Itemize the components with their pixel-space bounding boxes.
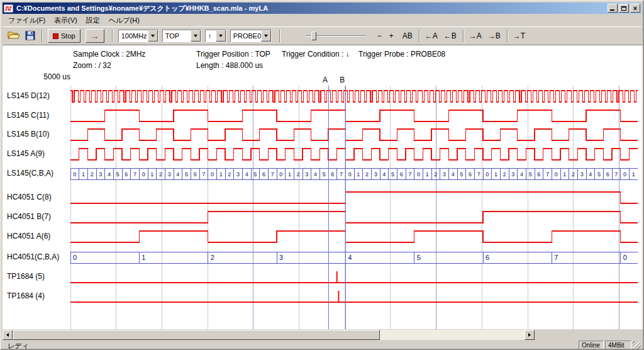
zoom-out-button[interactable]: − xyxy=(375,30,384,42)
sample-clock-select[interactable]: 100MHz xyxy=(118,30,158,42)
scroll-right-button[interactable] xyxy=(525,330,535,340)
svg-text:1: 1 xyxy=(150,171,153,178)
svg-text:3: 3 xyxy=(511,171,514,178)
chevron-down-glyph xyxy=(151,35,155,37)
channel-trace xyxy=(70,271,638,283)
chevron-down-icon[interactable] xyxy=(261,30,271,42)
marker-line[interactable]: A xyxy=(323,76,328,329)
svg-text:4: 4 xyxy=(108,171,111,178)
svg-text:2: 2 xyxy=(211,254,214,261)
svg-text:0: 0 xyxy=(555,171,558,178)
svg-text:1: 1 xyxy=(563,171,566,178)
trigger-condition-info: Trigger Condition : ↓ xyxy=(282,50,350,59)
toolbar-separator xyxy=(42,30,43,42)
svg-text:3: 3 xyxy=(236,171,240,178)
menu-bar: ファイル(F) 表示(V) 設定 ヘルプ(H) xyxy=(3,14,641,26)
zoom-slider-thumb[interactable] xyxy=(311,31,316,40)
chevron-down-icon[interactable] xyxy=(148,30,158,42)
svg-text:6: 6 xyxy=(400,171,403,178)
status-online-panel: Online xyxy=(579,341,604,350)
svg-text:5: 5 xyxy=(417,254,421,261)
svg-text:7: 7 xyxy=(202,171,205,178)
svg-text:3: 3 xyxy=(443,171,446,178)
status-memory-panel: 4MBit xyxy=(605,341,631,350)
app-icon xyxy=(4,4,14,13)
menu-help[interactable]: ヘルプ(H) xyxy=(104,14,144,27)
triangle-left-icon xyxy=(6,333,9,337)
svg-text:3: 3 xyxy=(580,171,584,178)
trigger-probe-select[interactable]: PROBE00 xyxy=(230,30,272,42)
scrollbar-thumb[interactable] xyxy=(13,330,380,340)
svg-text:1: 1 xyxy=(219,171,223,178)
horizontal-scrollbar[interactable] xyxy=(3,330,535,340)
goto-marker-b-right-button[interactable]: →B xyxy=(486,30,503,42)
menu-settings[interactable]: 設定 xyxy=(82,14,104,27)
trigger-position-select[interactable]: TOP xyxy=(162,30,201,42)
svg-text:5: 5 xyxy=(529,171,532,178)
svg-text:3: 3 xyxy=(279,254,283,261)
waveform-panel: Sample Clock : 2MHz Trigger Position : T… xyxy=(3,45,644,329)
title-bar[interactable]: C:¥Documents and Settings¥noname¥デスクトップ¥… xyxy=(3,3,641,14)
sample-clock-value: 100MHz xyxy=(119,30,148,42)
channel-trace: 012345670 xyxy=(70,252,638,263)
resize-grip[interactable] xyxy=(633,341,641,349)
scroll-left-button[interactable] xyxy=(3,330,13,340)
stop-button-label: Stop xyxy=(61,32,75,40)
ab-range-button[interactable]: AB xyxy=(400,30,415,42)
status-bar: レディ Online 4MBit xyxy=(3,341,641,350)
trigger-position-value: TOP xyxy=(163,30,191,42)
svg-text:5: 5 xyxy=(597,171,601,178)
chevron-down-icon[interactable] xyxy=(191,30,201,42)
svg-text:3: 3 xyxy=(305,171,308,178)
zoom-in-button[interactable]: + xyxy=(387,30,396,42)
stop-button[interactable]: Stop xyxy=(48,29,80,43)
svg-text:7: 7 xyxy=(408,171,411,178)
svg-text:0: 0 xyxy=(417,171,420,178)
zoom-info: Zoom : / 32 xyxy=(73,61,111,70)
svg-text:6: 6 xyxy=(469,171,472,178)
channel-trace xyxy=(70,231,638,242)
maximize-button[interactable] xyxy=(619,4,629,13)
chevron-down-icon[interactable] xyxy=(216,30,226,42)
svg-text:7: 7 xyxy=(340,171,343,178)
svg-text:2: 2 xyxy=(503,171,506,178)
channel-trace xyxy=(70,212,638,223)
trigger-edge-select[interactable]: ↑ xyxy=(205,30,226,42)
svg-text:1: 1 xyxy=(357,171,360,178)
svg-text:6: 6 xyxy=(125,171,128,178)
goto-marker-b-left-button[interactable]: ←B xyxy=(441,30,459,42)
run-button[interactable]: → xyxy=(86,29,104,43)
svg-text:5: 5 xyxy=(253,171,257,178)
goto-trigger-button[interactable]: →T xyxy=(511,30,528,42)
svg-text:6: 6 xyxy=(194,171,197,178)
svg-text:7: 7 xyxy=(546,171,549,178)
svg-text:3: 3 xyxy=(374,171,377,178)
menu-view[interactable]: 表示(V) xyxy=(50,14,82,27)
channel-trace xyxy=(70,129,638,140)
window-controls: × xyxy=(608,4,640,13)
svg-text:0: 0 xyxy=(623,254,627,261)
minimize-button[interactable] xyxy=(608,4,618,13)
channel-trace: 0123456701234567012345670123456701234567… xyxy=(70,168,638,179)
trigger-probe-value: PROBE00 xyxy=(231,30,261,42)
goto-marker-a-right-button[interactable]: →A xyxy=(467,30,484,42)
svg-text:5: 5 xyxy=(185,171,188,178)
waveform-canvas[interactable]: 0123456701234567012345670123456701234567… xyxy=(3,71,644,329)
toolbar-separator xyxy=(419,30,420,42)
svg-text:0: 0 xyxy=(279,171,282,178)
toolbar-separator xyxy=(463,30,464,42)
svg-text:1: 1 xyxy=(426,171,429,178)
goto-marker-a-left-button[interactable]: ←A xyxy=(423,30,440,42)
close-button[interactable]: × xyxy=(630,4,640,13)
save-file-button[interactable] xyxy=(25,31,35,42)
svg-text:3: 3 xyxy=(168,171,171,178)
menu-file[interactable]: ファイル(F) xyxy=(4,14,50,27)
chevron-down-glyph xyxy=(264,35,268,37)
svg-text:A: A xyxy=(323,76,328,84)
svg-text:2: 2 xyxy=(365,171,369,178)
open-file-button[interactable] xyxy=(8,30,20,42)
svg-text:4: 4 xyxy=(176,171,179,178)
channel-trace xyxy=(70,91,638,102)
zoom-slider[interactable] xyxy=(306,30,366,42)
svg-text:5: 5 xyxy=(116,171,119,178)
